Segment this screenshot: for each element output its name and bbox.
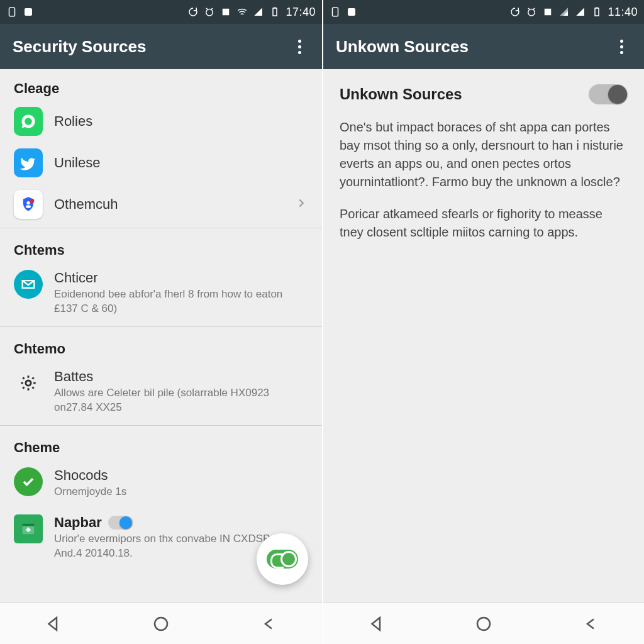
- floating-toggle-button[interactable]: [257, 533, 308, 585]
- status-bar: 11:40: [323, 0, 644, 24]
- list-item-unilese[interactable]: Unilese: [0, 142, 322, 184]
- toggle-on-icon: [267, 550, 298, 569]
- divider: [0, 326, 322, 327]
- nav-home-button[interactable]: [148, 611, 174, 636]
- svg-rect-1: [25, 8, 32, 16]
- battery-icon: [591, 6, 602, 18]
- svg-point-7: [26, 201, 30, 204]
- list-item-label: Chticer: [54, 270, 308, 286]
- wifi-icon: [236, 6, 248, 18]
- list-item-label: Napbar: [54, 514, 102, 531]
- list-item-sub: Eoidenond bee abfor'a fherl 8 from how t…: [54, 287, 308, 316]
- svg-point-13: [155, 618, 167, 630]
- settings-list[interactable]: Cleage Rolies Unilese Othemcuh: [0, 69, 322, 602]
- screen-security-sources: 17:40 Security Sources Cleage Rolies Uni…: [0, 0, 322, 644]
- list-item-label: Unilese: [54, 155, 308, 171]
- list-item-othemcuh[interactable]: Othemcuh: [0, 184, 322, 225]
- nav-home-button[interactable]: [471, 611, 496, 636]
- square-icon: [542, 6, 553, 18]
- svg-point-10: [26, 380, 31, 386]
- setting-description-2: Poricar atkameed sfearls or fighority to…: [340, 205, 628, 242]
- list-item-sub: Ornemjoyde 1s: [54, 485, 308, 499]
- battery-icon: [269, 6, 280, 18]
- alarm-icon: [526, 6, 537, 18]
- list-item-sub: Allows are Celeter bil pile (solarrable …: [54, 386, 308, 415]
- notification-icon: [23, 6, 34, 18]
- svg-point-20: [477, 618, 490, 630]
- svg-rect-4: [273, 8, 277, 16]
- notification-icon: [346, 6, 357, 18]
- svg-rect-5: [274, 8, 276, 9]
- app-bar-title: Unkown Sources: [336, 37, 469, 57]
- status-time: 17:40: [286, 6, 316, 19]
- shield-person-icon: [14, 190, 43, 219]
- twitter-icon: [14, 148, 43, 177]
- svg-rect-12: [23, 524, 35, 526]
- list-item-label: Shocods: [54, 467, 308, 484]
- overflow-menu-button[interactable]: [611, 36, 631, 57]
- nav-back-button[interactable]: [364, 611, 389, 636]
- svg-rect-19: [596, 8, 598, 9]
- app-bar-title: Security Sources: [13, 37, 146, 57]
- svg-rect-15: [348, 8, 355, 16]
- svg-rect-3: [223, 9, 230, 16]
- list-item-label: Battes: [54, 369, 308, 385]
- setting-title: Unkown Sources: [340, 86, 462, 103]
- refresh-icon: [187, 6, 199, 18]
- square-icon: [220, 6, 231, 18]
- signal-icon: [253, 6, 264, 18]
- divider: [0, 228, 322, 228]
- nav-back-button[interactable]: [41, 611, 66, 636]
- mini-toggle[interactable]: [108, 516, 133, 530]
- svg-point-16: [528, 9, 535, 16]
- status-bar: 17:40: [0, 0, 322, 24]
- svg-rect-14: [333, 8, 338, 16]
- wifi-icon: [558, 6, 570, 18]
- svg-rect-0: [9, 8, 15, 16]
- section-header: Chtemo: [0, 330, 322, 361]
- screen-unknown-sources: 11:40 Unkown Sources Unkown Sources One'…: [322, 0, 644, 644]
- signal-icon: [575, 6, 586, 18]
- section-header: Cheme: [0, 428, 322, 460]
- svg-rect-18: [595, 8, 599, 16]
- divider: [0, 425, 322, 426]
- svg-point-2: [206, 9, 213, 16]
- check-icon: [14, 467, 43, 496]
- svg-point-8: [26, 205, 31, 208]
- app-bar: Security Sources: [0, 24, 322, 69]
- chevron-right-icon: [294, 196, 308, 213]
- whatsapp-icon: [14, 107, 43, 136]
- mail-icon: [14, 270, 43, 299]
- section-header: Chtems: [0, 231, 322, 262]
- nav-bar: [323, 602, 644, 644]
- list-item-shocods[interactable]: Shocods Ornemjoyde 1s: [0, 460, 322, 507]
- list-item-rolies[interactable]: Rolies: [0, 101, 322, 142]
- medkit-icon: [14, 514, 43, 543]
- portrait-lock-icon: [6, 6, 18, 18]
- svg-point-6: [25, 118, 32, 125]
- overflow-menu-button[interactable]: [289, 36, 309, 57]
- nav-recent-button[interactable]: [578, 611, 603, 636]
- alarm-icon: [204, 6, 215, 18]
- svg-point-9: [30, 199, 34, 203]
- portrait-lock-icon: [330, 6, 341, 18]
- refresh-icon: [509, 6, 521, 18]
- status-time: 11:40: [608, 6, 638, 19]
- nav-bar: [0, 602, 322, 644]
- detail-content: Unkown Sources One's but impact boraces …: [323, 69, 644, 602]
- list-item-battes[interactable]: Battes Allows are Celeter bil pile (sola…: [0, 361, 322, 423]
- svg-rect-17: [545, 9, 552, 16]
- list-item-chticer[interactable]: Chticer Eoidenond bee abfor'a fherl 8 fr…: [0, 262, 322, 324]
- list-item-label: Othemcuh: [54, 196, 283, 213]
- setting-description-1: One's but impact boraces of sht appa can…: [340, 118, 628, 191]
- gear-icon: [14, 369, 43, 397]
- list-item-label: Rolies: [54, 113, 308, 130]
- unknown-sources-switch[interactable]: [589, 84, 628, 104]
- app-bar: Unkown Sources: [323, 24, 644, 69]
- section-header: Cleage: [0, 69, 322, 101]
- nav-recent-button[interactable]: [256, 611, 281, 636]
